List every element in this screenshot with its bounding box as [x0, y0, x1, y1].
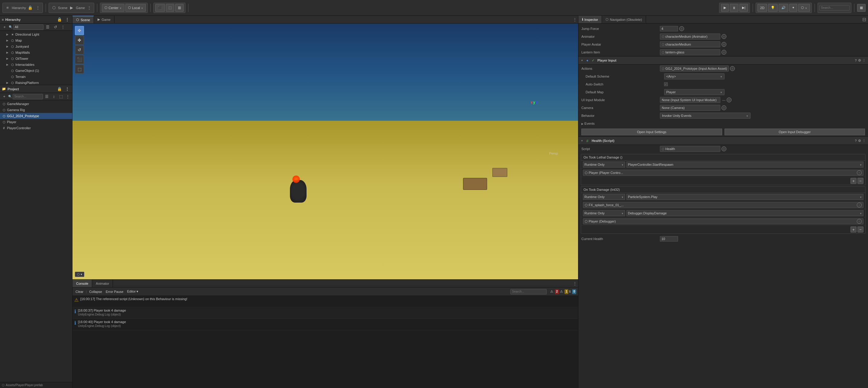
- console-message-1[interactable]: ℹ [16:00:37] Player took 4 damage UnityE…: [72, 308, 578, 319]
- scene-tool-move[interactable]: ✥: [75, 26, 84, 35]
- animator-circle-btn[interactable]: ○: [721, 34, 726, 39]
- hierarchy-lock-icon[interactable]: 🔒: [56, 16, 63, 23]
- hierarchy-item[interactable]: ▶ ⬡ Interactables: [0, 62, 72, 68]
- player-controller-fn-field[interactable]: PlayerController.StartRespawn: [626, 162, 864, 168]
- transform-btn-2[interactable]: ⬚: [166, 4, 174, 12]
- hierarchy-dots2[interactable]: ⋮: [60, 24, 66, 31]
- actions-field[interactable]: ⬡ GGJ_2024_Prototype (Input Action Asset…: [660, 66, 729, 71]
- transform-btn-1[interactable]: ⬛: [155, 4, 165, 12]
- ui-input-module-field[interactable]: None (Input System UI Input Module): [660, 97, 720, 103]
- scene-tool-rect[interactable]: ⬚: [75, 65, 84, 74]
- scene-tab[interactable]: ⬡ Scene: [72, 16, 94, 23]
- hierarchy-item[interactable]: ▶ ⬡ MapWalls: [0, 50, 72, 56]
- dots-icon[interactable]: ⋮: [862, 59, 866, 63]
- health-help-icon[interactable]: ?: [855, 139, 857, 143]
- hierarchy-icon[interactable]: ≡: [4, 4, 11, 11]
- scene-tool-rotate[interactable]: ↺: [75, 45, 84, 54]
- clear-btn[interactable]: Clear: [74, 289, 85, 294]
- error-pause-btn[interactable]: Error Pause: [104, 289, 125, 294]
- project-item-selected[interactable]: ⬡ GGJ_2024_Prototype: [0, 113, 72, 119]
- transform-btn-3[interactable]: ▥: [175, 4, 184, 12]
- health-settings-icon[interactable]: ⚙: [858, 139, 861, 143]
- actions-circle-btn[interactable]: ○: [730, 66, 735, 71]
- scene-viewport[interactable]: x y z Persp ✥ ✤ ↺ ⬛ ⬚ ⬡ ▾: [72, 24, 578, 279]
- player-controller-obj-field[interactable]: ⬡ Player (Player Contro... ○: [583, 170, 864, 176]
- play-btn[interactable]: ▶: [721, 4, 729, 12]
- player-controller-circle-btn[interactable]: ○: [857, 170, 862, 175]
- hierarchy-item[interactable]: ▶ ☀ Directional Light: [0, 31, 72, 37]
- animator-field[interactable]: ⬡ characterMedium (Animator): [660, 34, 720, 39]
- collapse-btn[interactable]: Collapse: [88, 289, 103, 294]
- hierarchy-item[interactable]: ▶ ⬡ GameObject (1): [0, 68, 72, 74]
- project-view-icon[interactable]: ⬚: [58, 93, 64, 100]
- open-input-settings-btn[interactable]: Open Input Settings: [581, 129, 722, 135]
- lock-icon[interactable]: 🔒: [27, 4, 33, 11]
- project-menu-icon[interactable]: ⋮: [64, 86, 70, 92]
- project-sort-icon[interactable]: ↕: [51, 93, 57, 100]
- fx-splash-circle-btn[interactable]: ○: [857, 203, 862, 207]
- took-damage-minus-btn[interactable]: −: [858, 226, 864, 232]
- player-avatar-field[interactable]: ⬡ characterMedium: [660, 41, 720, 47]
- hierarchy-menu-icon[interactable]: ⋮: [64, 16, 70, 23]
- lethal-damage-minus-btn[interactable]: −: [858, 178, 864, 184]
- scene-gizmos-btn[interactable]: ⬡ ▾: [75, 272, 84, 277]
- center-btn[interactable]: ⬡ Center: [102, 4, 124, 12]
- pause-btn[interactable]: ⏸: [730, 4, 738, 12]
- took-damage-plus-btn[interactable]: +: [850, 226, 857, 232]
- health-dots-icon[interactable]: ⋮: [862, 139, 866, 143]
- player-input-section[interactable]: ● ✓ Player Input ? ⚙ ⋮: [578, 56, 868, 65]
- runtime-only-dropdown-2[interactable]: Runtime Only: [583, 194, 625, 200]
- dots-icon[interactable]: ⋮: [34, 4, 41, 11]
- fx-splash-obj-field[interactable]: ⬡ FX_splash_force_01_... ○: [583, 202, 864, 208]
- current-health-input[interactable]: [660, 236, 678, 241]
- scene-tool-hand[interactable]: ✤: [75, 36, 84, 45]
- jump-force-circle-btn[interactable]: ○: [679, 26, 684, 31]
- hierarchy-item[interactable]: ▶ ⬡ Terrain: [0, 74, 72, 80]
- help-icon[interactable]: ?: [855, 59, 857, 63]
- hierarchy-filter-icon[interactable]: ☰: [44, 24, 51, 31]
- global-search[interactable]: [819, 5, 849, 10]
- console-message-2[interactable]: ℹ [16:00:40] Player took 4 damage UnityE…: [72, 319, 578, 330]
- runtime-only-dropdown-1[interactable]: Runtime Only: [583, 162, 625, 168]
- player-debugger-circle-btn[interactable]: ○: [857, 219, 862, 224]
- light-btn[interactable]: 💡: [768, 4, 778, 12]
- debugger-fn-field[interactable]: Debugger.DisplayDamage: [626, 210, 864, 216]
- game-tab[interactable]: ▶ Game: [94, 16, 115, 23]
- inspector-close-icon[interactable]: ⊟: [861, 17, 868, 22]
- runtime-only-dropdown-3[interactable]: Runtime Only: [583, 210, 625, 216]
- open-input-debugger-btn[interactable]: Open Input Debugger: [724, 129, 865, 135]
- default-scheme-dropdown[interactable]: <Any>: [664, 73, 724, 79]
- layout-btn[interactable]: ▦: [857, 4, 866, 12]
- audio-btn[interactable]: 🔊: [779, 4, 788, 12]
- ui-input-module-circle-btn[interactable]: ○: [727, 98, 732, 102]
- camera-field[interactable]: None (Camera): [660, 105, 720, 111]
- jump-force-input[interactable]: [660, 26, 678, 31]
- inspector-tab[interactable]: ℹ Inspector: [578, 16, 602, 23]
- project-search[interactable]: [13, 94, 43, 99]
- scene-tabs-dots[interactable]: ⋮: [571, 16, 578, 23]
- hierarchy-search[interactable]: [13, 25, 43, 30]
- scene-dots[interactable]: ⋮: [86, 4, 92, 11]
- script-circle-btn[interactable]: ○: [721, 147, 726, 151]
- health-script-section[interactable]: # Health (Script) ? ⚙ ⋮: [578, 136, 868, 145]
- script-field[interactable]: ⬡ Health: [660, 146, 720, 152]
- fx-btn[interactable]: ✦: [789, 4, 797, 12]
- behavior-dropdown[interactable]: Invoke Unity Events: [660, 112, 750, 119]
- console-tab[interactable]: Console: [72, 280, 92, 287]
- console-tabs-dots[interactable]: ⋮: [571, 280, 578, 287]
- editor-btn[interactable]: Editor ▾: [126, 289, 140, 294]
- lethal-damage-plus-btn[interactable]: +: [850, 178, 857, 184]
- avatar-circle-btn[interactable]: ○: [721, 42, 726, 47]
- project-dots[interactable]: ⋮: [65, 93, 71, 100]
- player-debugger-obj-field[interactable]: ⬡ Player (Debugger) ○: [583, 218, 864, 224]
- lantern-circle-btn[interactable]: ○: [721, 50, 726, 55]
- 2d-btn[interactable]: 2D: [757, 4, 767, 12]
- project-item[interactable]: ⬡ Player: [0, 119, 72, 125]
- add-project-icon[interactable]: +: [1, 93, 7, 100]
- hierarchy-refresh-icon[interactable]: ↺: [52, 24, 59, 31]
- auto-switch-checkbox[interactable]: ✓: [664, 83, 668, 86]
- add-hierarchy-icon[interactable]: +: [1, 24, 8, 31]
- scene-tool-scale[interactable]: ⬛: [75, 55, 84, 64]
- console-search[interactable]: [510, 289, 547, 294]
- console-message-0[interactable]: ⚠ [16:00:17] The referenced script (Unkn…: [72, 296, 578, 308]
